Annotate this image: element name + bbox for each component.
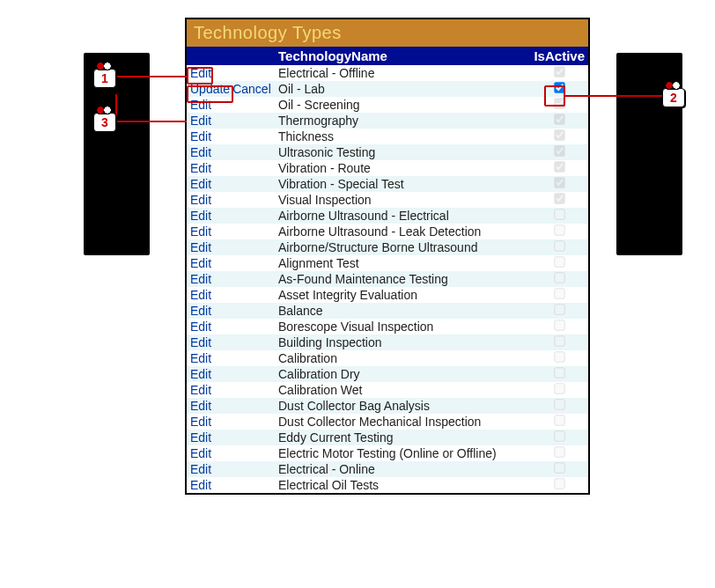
isactive-checkbox <box>554 320 564 330</box>
technology-name-cell: Dust Collector Mechanical Inspection <box>275 414 530 430</box>
edit-link[interactable]: Edit <box>190 98 211 112</box>
isactive-cell <box>530 414 588 430</box>
isactive-checkbox <box>554 288 564 298</box>
isactive-cell <box>530 319 588 334</box>
edit-link[interactable]: Edit <box>190 209 211 223</box>
isactive-checkbox <box>554 430 564 441</box>
technology-types-panel: Technology Types TechnologyName IsActive… <box>185 18 590 495</box>
isactive-cell <box>530 176 588 192</box>
isactive-cell <box>530 255 588 271</box>
edit-link[interactable]: Edit <box>190 446 211 460</box>
edit-link[interactable]: Edit <box>190 129 211 143</box>
isactive-checkbox <box>554 114 564 124</box>
isactive-cell <box>530 129 588 144</box>
edit-link[interactable]: Edit <box>190 335 211 349</box>
technology-name-cell: Visual Inspection <box>275 192 530 208</box>
edit-link[interactable]: Edit <box>190 177 211 191</box>
action-cell: Edit <box>187 303 275 319</box>
isactive-cell <box>530 461 588 477</box>
action-cell: Edit <box>187 414 275 430</box>
table-row: EditBalance <box>187 303 588 319</box>
technology-name-cell: Airborne Ultrasound - Electrical <box>275 208 530 224</box>
isactive-checkbox <box>554 98 564 108</box>
panel-title: Technology Types <box>187 19 588 47</box>
col-name-header: TechnologyName <box>275 47 530 65</box>
edit-link[interactable]: Edit <box>190 161 211 175</box>
table-row: EditAsset Integrity Evaluation <box>187 287 588 303</box>
isactive-cell <box>530 144 588 160</box>
isactive-checkbox <box>554 399 564 409</box>
edit-link[interactable]: Edit <box>190 256 211 270</box>
edit-link[interactable]: Edit <box>190 462 211 476</box>
edit-link[interactable]: Edit <box>190 399 211 413</box>
technology-name-cell: Calibration Dry <box>275 366 530 382</box>
table-row: EditOil - Screening <box>187 97 588 113</box>
action-cell: Edit <box>187 192 275 208</box>
edit-link[interactable]: Edit <box>190 415 211 429</box>
edit-link[interactable]: Edit <box>190 304 211 318</box>
action-cell: Edit <box>187 271 275 287</box>
isactive-checkbox <box>554 161 564 172</box>
isactive-cell <box>530 113 588 129</box>
edit-link[interactable]: Edit <box>190 383 211 397</box>
isactive-cell <box>530 477 588 493</box>
isactive-checkbox <box>554 415 564 425</box>
isactive-cell <box>530 224 588 239</box>
edit-link[interactable]: Edit <box>190 288 211 302</box>
edit-link[interactable]: Edit <box>190 114 211 128</box>
edit-link[interactable]: Edit <box>190 224 211 239</box>
table-row: EditBorescope Visual Inspection <box>187 319 588 334</box>
action-cell: Edit <box>187 350 275 366</box>
table-row: EditAlignment Test <box>187 255 588 271</box>
action-cell: Edit <box>187 208 275 224</box>
edit-link[interactable]: Edit <box>190 66 211 80</box>
isactive-cell <box>530 97 588 113</box>
callout-badge-1: 1 <box>93 69 116 88</box>
action-cell: Edit <box>187 430 275 445</box>
table-row: EditVibration - Route <box>187 160 588 176</box>
technology-name-cell: Airborne Ultrasound - Leak Detection <box>275 224 530 239</box>
technology-name-cell: Calibration Wet <box>275 382 530 398</box>
isactive-checkbox <box>554 478 564 489</box>
table-row: EditElectrical Oil Tests <box>187 477 588 493</box>
action-cell: Edit <box>187 65 275 81</box>
isactive-cell <box>530 445 588 461</box>
table-row: EditVisual Inspection <box>187 192 588 208</box>
edit-link[interactable]: Edit <box>190 351 211 365</box>
action-cell: Edit <box>187 445 275 461</box>
isactive-cell <box>530 303 588 319</box>
technology-name-cell: Electrical - Online <box>275 461 530 477</box>
edit-link[interactable]: Edit <box>190 193 211 207</box>
action-cell: Edit <box>187 113 275 129</box>
table-row: EditElectrical - Offline <box>187 65 588 81</box>
table-row: EditCalibration Wet <box>187 382 588 398</box>
edit-link[interactable]: Edit <box>190 320 211 334</box>
edit-link[interactable]: Edit <box>190 272 211 286</box>
isactive-cell <box>530 208 588 224</box>
edit-link[interactable]: Edit <box>190 478 211 492</box>
isactive-cell <box>530 382 588 398</box>
technology-name-cell: Alignment Test <box>275 255 530 271</box>
edit-link[interactable]: Edit <box>190 145 211 159</box>
isactive-cell <box>530 350 588 366</box>
isactive-checkbox <box>554 66 564 77</box>
edit-link[interactable]: Edit <box>190 240 211 254</box>
update-link[interactable]: Update <box>190 82 230 96</box>
table-row: EditAs-Found Maintenance Testing <box>187 271 588 287</box>
technology-name-cell: Vibration - Special Test <box>275 176 530 192</box>
technology-name-cell: Airborne/Structure Borne Ultrasound <box>275 239 530 255</box>
action-cell: Edit <box>187 461 275 477</box>
action-cell: Edit <box>187 477 275 493</box>
cancel-link[interactable]: Cancel <box>232 82 271 96</box>
table-row: EditDust Collector Mechanical Inspection <box>187 414 588 430</box>
table-row: EditBuilding Inspection <box>187 334 588 350</box>
technology-name-cell: Balance <box>275 303 530 319</box>
technology-name-cell: Thickness <box>275 129 530 144</box>
isactive-cell <box>530 239 588 255</box>
isactive-checkbox[interactable] <box>554 82 564 92</box>
table-row: EditCalibration Dry <box>187 366 588 382</box>
edit-link[interactable]: Edit <box>190 430 211 445</box>
isactive-cell <box>530 287 588 303</box>
edit-link[interactable]: Edit <box>190 367 211 381</box>
table-row: EditElectric Motor Testing (Online or Of… <box>187 445 588 461</box>
